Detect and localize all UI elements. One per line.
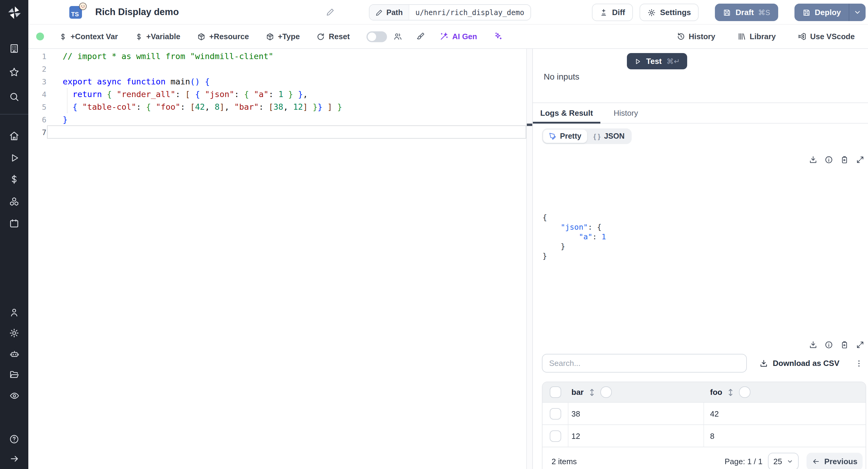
library-icon (737, 32, 746, 41)
arrow-left-icon (812, 457, 819, 465)
home-icon[interactable] (0, 131, 28, 141)
items-count: 2 items (552, 457, 577, 466)
deploy-dropdown-chevron[interactable] (849, 4, 866, 21)
chevron-down-icon (786, 458, 793, 465)
add-resource-button[interactable]: +Resource (197, 32, 249, 41)
expand-sidebar-arrow-icon[interactable] (0, 454, 28, 464)
settings-button[interactable]: Settings (640, 4, 699, 21)
download-csv-button[interactable]: Download as CSV (760, 354, 839, 373)
download-icon[interactable] (809, 156, 817, 164)
gear-icon (647, 8, 656, 17)
play-icon (634, 58, 641, 65)
sort-icon[interactable] (589, 388, 595, 396)
windmill-app: TS Rich Display demo Path u/henri/rich_d… (0, 0, 868, 469)
edit-summary-pencil-icon[interactable] (326, 8, 335, 16)
select-all-checkbox[interactable] (550, 386, 561, 398)
script-emoji-icon (79, 2, 87, 10)
path-label: Path (386, 8, 403, 17)
workers-robot-icon[interactable] (0, 349, 28, 359)
code-line[interactable]: 7 (28, 126, 526, 139)
tab-history[interactable]: History (605, 103, 647, 123)
splitter-handle[interactable] (527, 124, 532, 126)
code-line[interactable]: 4 return { "render_all": [ { "json": { "… (28, 88, 526, 101)
column-header-bar[interactable]: bar (571, 387, 584, 397)
column-toggle-foo[interactable] (739, 386, 750, 398)
code-editor[interactable]: 1// import * as wmill from "windmill-cli… (28, 49, 526, 469)
page-title: Rich Display demo (95, 7, 179, 18)
result-table: bar foo 3842128 2 i (542, 382, 866, 469)
users-person-icon[interactable] (0, 307, 28, 318)
code-line[interactable]: 2 (28, 63, 526, 75)
sort-icon[interactable] (727, 388, 734, 396)
row-checkbox[interactable] (550, 408, 561, 419)
download-icon[interactable] (809, 341, 817, 349)
copy-clipboard-icon[interactable] (840, 156, 849, 164)
table-menu-kebab-icon[interactable] (855, 354, 863, 373)
vscode-icon (798, 32, 807, 41)
table-row[interactable]: 128 (542, 425, 866, 447)
resources-boxes-icon[interactable] (0, 196, 28, 207)
help-icon[interactable] (0, 434, 28, 444)
code-line[interactable]: 1// import * as wmill from "windmill-cli… (28, 50, 526, 63)
column-header-foo[interactable]: foo (710, 387, 722, 397)
tab-logs-result[interactable]: Logs & Result (533, 103, 600, 123)
copy-clipboard-icon[interactable] (840, 341, 849, 349)
script-history-button[interactable]: History (676, 32, 715, 41)
row-checkbox[interactable] (550, 430, 561, 442)
variables-dollar-icon[interactable] (0, 174, 28, 184)
toggle-knob (368, 32, 376, 41)
json-toggle[interactable]: { } JSON (587, 130, 630, 143)
expand-icon[interactable] (856, 156, 864, 164)
workspace-icon[interactable] (0, 43, 28, 54)
test-shortcut: ⌘↵ (667, 57, 680, 65)
draft-button[interactable]: Draft ⌘S (715, 4, 778, 21)
add-context-var-button[interactable]: +Context Var (59, 32, 118, 41)
table-body: 3842128 (542, 402, 866, 447)
search-icon[interactable] (0, 92, 28, 102)
ai-gen-button[interactable]: AI Gen (439, 32, 477, 41)
folders-icon[interactable] (0, 370, 28, 380)
top-header: TS Rich Display demo Path u/henri/rich_d… (28, 0, 868, 25)
settings-gear-icon[interactable] (0, 328, 28, 338)
magic-wand-icon (439, 32, 448, 41)
code-line[interactable]: 6} (28, 113, 526, 126)
table-row[interactable]: 3842 (542, 402, 866, 425)
expand-icon[interactable] (856, 341, 864, 349)
pretty-toggle[interactable]: Pretty (543, 130, 587, 143)
use-vscode-button[interactable]: Use VScode (798, 32, 855, 41)
test-button[interactable]: Test ⌘↵ (627, 53, 687, 69)
add-variable-button[interactable]: +Variable (135, 32, 180, 41)
code-line[interactable]: 5 { "table-col": { "foo": [42, 8], "bar"… (28, 101, 526, 113)
schedules-calendar-icon[interactable] (0, 218, 28, 228)
path-value: u/henri/rich_display_demo (409, 5, 530, 20)
history-clock-icon (676, 32, 685, 41)
column-toggle-bar[interactable] (600, 386, 612, 398)
package-icon (266, 32, 274, 41)
per-page-select[interactable]: 25 (768, 452, 799, 469)
cell-bar: 12 (568, 425, 704, 447)
deploy-button[interactable]: Deploy (794, 4, 866, 21)
multiplayer-users-icon (393, 32, 403, 41)
cell-bar: 38 (568, 403, 704, 425)
path-pencil-icon (375, 9, 383, 16)
reset-button[interactable]: Reset (317, 32, 350, 41)
info-icon[interactable] (825, 156, 833, 164)
multiplayer-toggle[interactable] (367, 31, 387, 42)
table-footer: 2 items Page: 1 / 1 25 Previous (542, 447, 866, 469)
library-button[interactable]: Library (737, 32, 776, 41)
panel-splitter[interactable] (526, 49, 533, 469)
format-brush-icon[interactable] (416, 32, 425, 41)
inputs-section: Test ⌘↵ No inputs (533, 49, 868, 103)
code-line[interactable]: 3export async function main() { (28, 75, 526, 88)
windmill-logo[interactable] (0, 5, 28, 21)
table-search-input[interactable] (542, 354, 747, 373)
favorites-star-icon[interactable] (0, 67, 28, 77)
diff-button[interactable]: Diff (592, 4, 633, 21)
previous-page-button[interactable]: Previous (807, 452, 863, 469)
path-button[interactable]: Path u/henri/rich_display_demo (369, 4, 531, 21)
runs-play-icon[interactable] (0, 153, 28, 163)
add-type-button[interactable]: +Type (266, 32, 300, 41)
info-icon[interactable] (825, 341, 833, 349)
audit-eye-icon[interactable] (0, 390, 28, 401)
sparkles-icon[interactable] (494, 32, 503, 41)
